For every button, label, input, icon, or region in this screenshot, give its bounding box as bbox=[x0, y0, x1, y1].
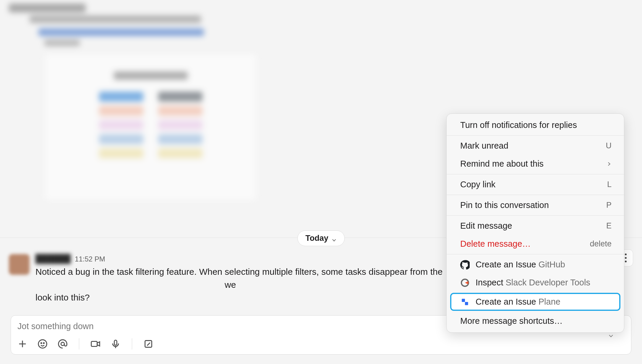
menu-turn-off-notifications[interactable]: Turn off notifications for replies bbox=[447, 116, 624, 134]
menu-copy-link[interactable]: Copy link L bbox=[447, 176, 624, 194]
menu-inspect[interactable]: InspectSlack Developer Tools bbox=[447, 274, 624, 292]
svg-point-1 bbox=[41, 343, 42, 344]
plane-icon bbox=[460, 297, 470, 307]
svg-point-0 bbox=[38, 340, 47, 348]
svg-rect-9 bbox=[465, 302, 468, 305]
chevron-right-icon bbox=[606, 159, 612, 169]
message-context-menu: Turn off notifications for replies Mark … bbox=[446, 113, 624, 333]
menu-delete-message[interactable]: Delete message… delete bbox=[447, 235, 624, 253]
video-icon[interactable] bbox=[90, 339, 100, 349]
plus-icon[interactable] bbox=[17, 339, 27, 349]
message-timestamp: 11:52 PM bbox=[75, 255, 105, 263]
more-vertical-icon bbox=[625, 257, 627, 259]
menu-remind[interactable]: Remind me about this bbox=[447, 155, 624, 173]
message-author: ██████ bbox=[35, 254, 71, 264]
microphone-icon[interactable] bbox=[111, 339, 121, 349]
svg-point-3 bbox=[61, 342, 64, 345]
slack-dev-tools-icon bbox=[460, 278, 470, 287]
menu-create-issue-plane[interactable]: Create an IssuePlane bbox=[450, 293, 620, 311]
menu-mark-unread[interactable]: Mark unread U bbox=[447, 137, 624, 155]
svg-point-2 bbox=[43, 343, 44, 344]
avatar bbox=[9, 254, 30, 275]
github-icon bbox=[460, 260, 470, 269]
emoji-icon[interactable] bbox=[38, 339, 48, 349]
date-divider-pill[interactable]: Today bbox=[297, 230, 345, 246]
menu-more-shortcuts[interactable]: More message shortcuts… bbox=[447, 312, 624, 330]
svg-rect-8 bbox=[462, 299, 465, 302]
svg-rect-5 bbox=[114, 340, 117, 345]
svg-rect-4 bbox=[91, 342, 97, 347]
chevron-down-icon bbox=[331, 236, 337, 241]
date-divider-label: Today bbox=[305, 234, 328, 243]
chevron-down-icon[interactable] bbox=[607, 332, 615, 339]
canvas-icon[interactable] bbox=[143, 339, 153, 349]
menu-pin[interactable]: Pin to this conversation P bbox=[447, 196, 624, 214]
mention-icon[interactable] bbox=[58, 339, 68, 349]
menu-edit-message[interactable]: Edit message E bbox=[447, 217, 624, 235]
previous-message-blurred bbox=[9, 4, 275, 201]
menu-create-issue-github[interactable]: Create an IssueGitHub bbox=[447, 256, 624, 274]
